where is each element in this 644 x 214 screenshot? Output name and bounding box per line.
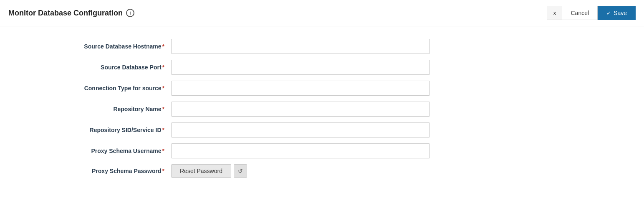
page-header: Monitor Database Configuration i x Cance… [0, 0, 644, 26]
input-proxy-schema-username[interactable] [171, 143, 430, 158]
required-star: * [162, 43, 164, 50]
x-button[interactable]: x [547, 6, 562, 20]
form-row-proxy-password: Proxy Schema Password* Reset Password ↺ [25, 164, 619, 178]
reset-password-wrapper: Reset Password ↺ [171, 164, 247, 178]
save-label: Save [614, 10, 627, 16]
input-repository-sid[interactable] [171, 122, 430, 138]
check-icon: ✓ [606, 10, 611, 16]
form-container: Source Database Hostname* Source Databas… [0, 26, 644, 196]
required-star-2: * [162, 64, 164, 71]
label-connection-type: Connection Type for source* [25, 85, 171, 92]
label-repository-name: Repository Name* [25, 106, 171, 112]
form-row-connection-type: Connection Type for source* [25, 81, 619, 96]
required-star-5: * [162, 127, 164, 133]
form-row-hostname: Source Database Hostname* [25, 39, 619, 54]
label-proxy-schema-password: Proxy Schema Password* [25, 168, 171, 174]
form-row-proxy-username: Proxy Schema Username* [25, 143, 619, 158]
reset-password-button[interactable]: Reset Password [171, 164, 231, 178]
required-star-3: * [162, 85, 164, 92]
label-repository-sid: Repository SID/Service ID* [25, 127, 171, 133]
input-source-db-port[interactable] [171, 60, 430, 75]
input-source-db-hostname[interactable] [171, 39, 430, 54]
reset-icon-button[interactable]: ↺ [234, 164, 247, 178]
required-star-4: * [162, 106, 164, 112]
save-button[interactable]: ✓ Save [598, 6, 636, 20]
form-row-port: Source Database Port* [25, 60, 619, 75]
header-left: Monitor Database Configuration i [8, 9, 134, 18]
info-icon: i [126, 9, 134, 17]
input-repository-name[interactable] [171, 102, 430, 117]
required-star-7: * [162, 168, 164, 174]
cancel-button[interactable]: Cancel [562, 6, 598, 20]
label-source-db-hostname: Source Database Hostname* [25, 43, 171, 50]
header-actions: x Cancel ✓ Save [547, 6, 636, 20]
required-star-6: * [162, 148, 164, 154]
page-title: Monitor Database Configuration [8, 9, 123, 18]
form-row-repo-name: Repository Name* [25, 102, 619, 117]
label-source-db-port: Source Database Port* [25, 64, 171, 71]
input-connection-type[interactable] [171, 81, 430, 96]
label-proxy-schema-username: Proxy Schema Username* [25, 148, 171, 154]
form-row-sid: Repository SID/Service ID* [25, 122, 619, 138]
